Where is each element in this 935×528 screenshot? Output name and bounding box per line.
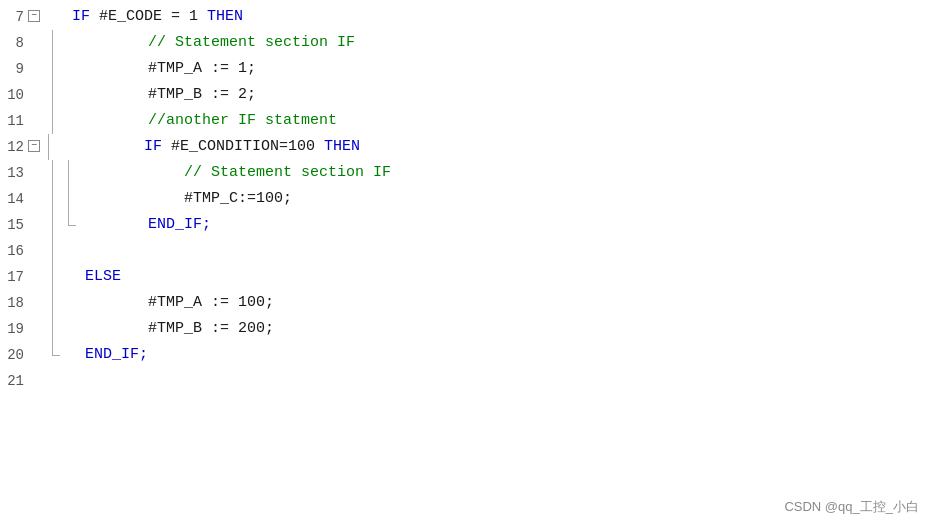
gutter-outer <box>40 4 56 30</box>
line-number: 18 <box>0 290 28 316</box>
code-line: 16 <box>0 238 935 264</box>
code-line: 12− IF #E_CONDITION=100 THEN <box>0 134 935 160</box>
gutter-outer <box>44 160 60 186</box>
gutter-inner <box>60 186 76 212</box>
gutter-inner <box>60 368 76 394</box>
gutter-outer <box>44 30 60 56</box>
line-number: 21 <box>0 368 28 394</box>
code-lines-container: 7−IF #E_CODE = 1 THEN8 // Statement sect… <box>0 4 935 394</box>
gutter-outer <box>44 108 60 134</box>
code-line: 7−IF #E_CODE = 1 THEN <box>0 4 935 30</box>
code-content: #TMP_B := 2; <box>76 82 935 108</box>
gutter-inner <box>60 82 76 108</box>
code-line: 17 ELSE <box>0 264 935 290</box>
gutter-inner <box>60 290 76 316</box>
code-line: 14 #TMP_C:=100; <box>0 186 935 212</box>
gutter-inner <box>60 108 76 134</box>
gutter-outer <box>40 134 56 160</box>
code-line: 13 // Statement section IF <box>0 160 935 186</box>
code-content: #TMP_B := 200; <box>76 316 935 342</box>
line-number: 8 <box>0 30 28 56</box>
code-content: END_IF; <box>76 342 935 368</box>
gutter-outer <box>44 368 60 394</box>
gutter-outer <box>44 342 60 368</box>
line-number: 19 <box>0 316 28 342</box>
code-line: 21 <box>0 368 935 394</box>
gutter-outer <box>44 238 60 264</box>
line-number: 7 <box>0 4 28 30</box>
code-line: 20 END_IF; <box>0 342 935 368</box>
watermark: CSDN @qq_工控_小白 <box>784 498 919 516</box>
gutter-outer <box>44 290 60 316</box>
gutter-outer <box>44 212 60 238</box>
code-content: //another IF statment <box>76 108 935 134</box>
code-content: IF #E_CONDITION=100 THEN <box>72 134 935 160</box>
code-content: IF #E_CODE = 1 THEN <box>72 4 935 30</box>
gutter-outer <box>44 56 60 82</box>
code-line: 11 //another IF statment <box>0 108 935 134</box>
code-content: END_IF; <box>76 212 935 238</box>
fold-icon[interactable]: − <box>28 4 40 30</box>
code-line: 9 #TMP_A := 1; <box>0 56 935 82</box>
code-line: 10 #TMP_B := 2; <box>0 82 935 108</box>
line-number: 12 <box>0 134 28 160</box>
gutter-inner <box>60 342 76 368</box>
code-line: 19 #TMP_B := 200; <box>0 316 935 342</box>
line-number: 11 <box>0 108 28 134</box>
gutter-inner <box>56 4 72 30</box>
line-number: 14 <box>0 186 28 212</box>
code-content: #TMP_A := 100; <box>76 290 935 316</box>
code-editor: 7−IF #E_CODE = 1 THEN8 // Statement sect… <box>0 0 935 528</box>
gutter-inner <box>60 316 76 342</box>
line-number: 16 <box>0 238 28 264</box>
line-number: 10 <box>0 82 28 108</box>
gutter-inner <box>60 238 76 264</box>
code-content: #TMP_C:=100; <box>76 186 935 212</box>
code-content: #TMP_A := 1; <box>76 56 935 82</box>
gutter-outer <box>44 82 60 108</box>
gutter-outer <box>44 186 60 212</box>
code-content: // Statement section IF <box>76 160 935 186</box>
code-line: 15 END_IF; <box>0 212 935 238</box>
gutter-outer <box>44 264 60 290</box>
fold-icon[interactable]: − <box>28 134 40 160</box>
line-number: 13 <box>0 160 28 186</box>
gutter-inner <box>56 134 72 160</box>
line-number: 15 <box>0 212 28 238</box>
gutter-inner <box>60 56 76 82</box>
line-number: 17 <box>0 264 28 290</box>
code-line: 18 #TMP_A := 100; <box>0 290 935 316</box>
gutter-inner <box>60 264 76 290</box>
gutter-inner <box>60 212 76 238</box>
line-number: 9 <box>0 56 28 82</box>
code-content: ELSE <box>76 264 935 290</box>
line-number: 20 <box>0 342 28 368</box>
code-content: // Statement section IF <box>76 30 935 56</box>
code-line: 8 // Statement section IF <box>0 30 935 56</box>
gutter-inner <box>60 160 76 186</box>
gutter-outer <box>44 316 60 342</box>
gutter-inner <box>60 30 76 56</box>
